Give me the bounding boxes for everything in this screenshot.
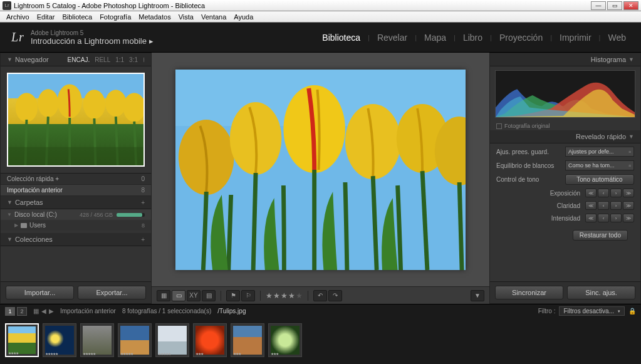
navigator-preview[interactable] [1, 66, 151, 173]
close-button[interactable]: ✕ [623, 1, 638, 10]
exposure-minus[interactable]: ‹ [598, 189, 609, 197]
nav-fill[interactable]: RELL [95, 56, 110, 63]
forward-icon[interactable]: ▶ [49, 308, 54, 315]
flag-reject-button[interactable]: ⚐ [241, 290, 255, 301]
back-icon[interactable]: ◀ [41, 308, 46, 315]
nav-fit[interactable]: ENCAJ. [68, 56, 90, 63]
collections-title: Colecciones [15, 236, 53, 243]
menu-vista[interactable]: Vista [175, 13, 197, 21]
menu-metadatos[interactable]: Metadatos [135, 13, 174, 21]
sync-button[interactable]: Sincronizar [495, 286, 563, 299]
thumb-image [271, 326, 300, 355]
maximize-button[interactable]: ▭ [607, 1, 622, 10]
filter-label: Filtro : [538, 308, 556, 315]
toolbar-menu-button[interactable]: ▼ [471, 290, 484, 301]
module-revelar[interactable]: Revelar [373, 33, 411, 43]
thumb-image [45, 326, 74, 355]
menu-archivo[interactable]: Archivo [3, 13, 33, 21]
minimize-button[interactable]: — [591, 1, 606, 10]
filter-lock-icon[interactable]: 🔒 [628, 308, 636, 315]
source-label[interactable]: Importación anterior [60, 308, 116, 315]
add-folder-icon[interactable]: + [141, 199, 145, 206]
menu-ventana[interactable]: Ventana [197, 13, 230, 21]
menu-biblioteca[interactable]: Biblioteca [58, 13, 96, 21]
rating-stars[interactable]: ★★★★★ [266, 291, 303, 300]
thumb-jellyfish[interactable]: ★★★★★ [43, 323, 76, 357]
intensity-plus[interactable]: › [610, 214, 622, 222]
menu-ayuda[interactable]: Ayuda [230, 13, 257, 21]
monitor-1-button[interactable]: 1 [5, 307, 15, 316]
clarity-minus[interactable]: ‹ [598, 201, 609, 210]
preset-dropdown[interactable]: Ajustes por defe...≡ [565, 147, 634, 157]
folder-users[interactable]: ▶ Users 8 [1, 220, 151, 231]
logo: Lr [11, 30, 24, 44]
module-mapa[interactable]: Mapa [420, 33, 450, 43]
catalog-previous-import[interactable]: Importación anterior 8 [1, 185, 151, 196]
folders-header[interactable]: ▼ Carpetas + [1, 196, 151, 209]
rotate-left-button[interactable]: ↶ [313, 290, 327, 301]
intensity-big-plus[interactable]: ≫ [623, 214, 634, 222]
intensity-big-minus[interactable]: ≪ [585, 214, 597, 222]
navigator-header[interactable]: ▼ Navegador ENCAJ. RELL 1:1 3:1 ⁞ [1, 53, 151, 66]
loupe-view-button[interactable]: ▭ [172, 290, 185, 301]
monitor-2-button[interactable]: 2 [17, 307, 27, 316]
module-libro[interactable]: Libro [459, 33, 486, 43]
clarity-big-plus[interactable]: ≫ [623, 201, 634, 210]
nav-more[interactable]: ⁞ [143, 56, 145, 63]
triangle-icon: ▼ [7, 212, 12, 217]
menu-fotografia[interactable]: Fotografía [96, 13, 135, 21]
thumb-leaf[interactable]: ★★★ [268, 323, 302, 357]
folders-title: Carpetas [15, 199, 43, 206]
import-button[interactable]: Importar... [6, 286, 74, 299]
triangle-icon: ▼ [7, 236, 13, 242]
catalog-quick-collection[interactable]: Colección rápida + 0 [1, 174, 151, 185]
identity-line2[interactable]: Introducción a Lightroom mobile ▸ [31, 36, 154, 46]
count-label: 8 fotografías / 1 seleccionada(s) [122, 308, 211, 315]
nav-3to1[interactable]: 3:1 [129, 56, 138, 63]
add-collection-icon[interactable]: + [141, 236, 145, 243]
survey-view-button[interactable]: ▤ [202, 290, 216, 301]
thumb-desert[interactable]: ★★★ [231, 323, 264, 357]
preview-area[interactable] [152, 53, 489, 286]
quickdev-header[interactable]: Revelado rápido ▼ [490, 130, 640, 143]
thumb-koala[interactable]: ★★★★★ [80, 323, 114, 357]
thumb-flower[interactable]: ★★★ [193, 323, 227, 357]
flag-pick-button[interactable]: ⚑ [226, 290, 240, 301]
module-picker: Biblioteca| Revelar| Mapa| Libro| Proyec… [318, 33, 630, 43]
module-imprimir[interactable]: Imprimir [556, 33, 595, 43]
module-biblioteca[interactable]: Biblioteca [318, 33, 364, 43]
filmstrip: ★★★★★★★★★★★★★★★★★★★★★★★★★★★★★★★★★ [0, 318, 641, 363]
compare-view-button[interactable]: XY [187, 290, 201, 301]
rotate-right-button[interactable]: ↷ [328, 290, 342, 301]
thumb-rating: ★★★★★ [120, 351, 133, 356]
menu-editar[interactable]: Editar [33, 13, 59, 21]
grid-view-button[interactable]: ▦ [157, 290, 170, 301]
disk-row[interactable]: ▼ Disco local (C:) 428 / 456 GB [1, 209, 151, 220]
nav-1to1[interactable]: 1:1 [115, 56, 124, 63]
exposure-big-minus[interactable]: ≪ [585, 189, 597, 197]
wb-dropdown[interactable]: Como se ha tom...≡ [565, 160, 634, 170]
thumb-tulips[interactable]: ★★★★ [5, 323, 39, 357]
filter-dropdown[interactable]: Filtros desactiva...▾ [559, 306, 625, 316]
reset-all-button[interactable]: Restaurar todo [573, 230, 628, 241]
histogram-header[interactable]: Histograma ▼ [490, 53, 640, 66]
intensity-minus[interactable]: ‹ [598, 214, 609, 222]
export-button[interactable]: Exportar... [78, 286, 146, 299]
clarity-plus[interactable]: › [610, 201, 622, 210]
module-web[interactable]: Web [604, 33, 630, 43]
thumb-lighthouse[interactable]: ★★★★★ [118, 323, 152, 357]
thumb-penguins[interactable]: ★★★★★ [155, 323, 189, 357]
collections-header[interactable]: ▼ Colecciones + [1, 233, 151, 246]
intensity-label: Intensidad [496, 215, 585, 222]
module-proyeccion[interactable]: Proyección [496, 33, 546, 43]
auto-tone-button[interactable]: Tono automático [565, 174, 634, 185]
svg-point-2 [38, 89, 58, 117]
thumb-rating: ★★★ [271, 351, 278, 356]
histogram[interactable] [495, 70, 635, 118]
exposure-big-plus[interactable]: ≫ [623, 189, 634, 197]
clarity-big-minus[interactable]: ≪ [585, 201, 597, 210]
grid-icon[interactable]: ▦ [33, 308, 39, 315]
histogram-original-checkbox[interactable]: Fotografía original [490, 122, 640, 130]
exposure-plus[interactable]: › [610, 189, 622, 197]
sync-settings-button[interactable]: Sinc. ajus. [567, 286, 635, 299]
